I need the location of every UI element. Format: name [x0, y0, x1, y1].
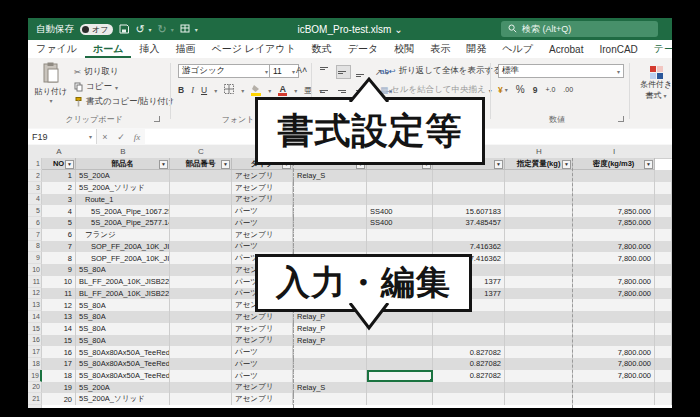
cell-A10[interactable]: 9 — [42, 264, 76, 276]
cell-I12[interactable]: 7,800.000 — [573, 288, 655, 300]
paste-button[interactable]: 貼り付け▾ — [34, 62, 68, 104]
cell-G3[interactable] — [433, 182, 505, 194]
cell-C20[interactable] — [170, 382, 232, 394]
cell-A2[interactable]: 1 — [42, 170, 76, 182]
cell-I6[interactable]: 7,850.000 — [573, 217, 655, 229]
cell-I8[interactable]: 7,800.000 — [573, 241, 655, 253]
row-header-10[interactable]: 10 — [28, 264, 42, 276]
cell-C18[interactable] — [170, 358, 232, 370]
cell-I9[interactable]: 7,800.000 — [573, 252, 655, 264]
cell-E8[interactable] — [293, 241, 367, 253]
cell-I20[interactable] — [573, 382, 655, 394]
row-header-16[interactable]: 16 — [28, 335, 42, 347]
cell-F2[interactable] — [367, 170, 433, 182]
cell-I14[interactable] — [573, 311, 655, 323]
tab-データ[interactable]: データ — [340, 40, 386, 58]
cell-G8[interactable]: 7.416362 — [433, 241, 505, 253]
cell-J19[interactable] — [655, 370, 672, 382]
cell-A4[interactable]: 3 — [42, 194, 76, 206]
cell-I4[interactable] — [573, 194, 655, 206]
cell-E4[interactable] — [293, 194, 367, 206]
cell-C21[interactable] — [170, 393, 232, 405]
cell-E19[interactable] — [293, 370, 367, 382]
cell-B18[interactable]: 5S_80Ax80Ax50A_TeeReducer — [76, 358, 170, 370]
filter-button-B[interactable]: ▼ — [159, 160, 168, 169]
row-header-20[interactable]: 20 — [28, 382, 42, 394]
filter-button-H[interactable]: ▼ — [562, 160, 571, 169]
filter-button-A[interactable]: ▼ — [65, 160, 74, 169]
cell-E21[interactable] — [293, 393, 367, 405]
row-header-17[interactable]: 17 — [28, 346, 42, 358]
cell-J15[interactable] — [655, 323, 672, 335]
column-header-I[interactable]: I — [573, 145, 656, 159]
conditional-formatting-button[interactable]: 条件付き書式 ▾ — [636, 64, 672, 101]
cell-B16[interactable]: 5S_80A — [76, 335, 170, 347]
cell-A3[interactable]: 2 — [42, 182, 76, 194]
tab-開発[interactable]: 開発 — [458, 40, 494, 58]
cell-H2[interactable] — [505, 170, 573, 182]
cell-H16[interactable] — [505, 335, 573, 347]
decrease-decimal-icon[interactable]: .00 — [563, 86, 573, 93]
cell-E3[interactable] — [293, 182, 367, 194]
cell-G14[interactable] — [433, 311, 505, 323]
cell-D2[interactable]: アセンブリ — [232, 170, 293, 182]
percent-style-icon[interactable]: % — [516, 84, 525, 95]
cell-A12[interactable]: 11 — [42, 288, 76, 300]
row-header-2[interactable]: 2 — [28, 170, 42, 182]
cell-C15[interactable] — [170, 323, 232, 335]
cell-J7[interactable] — [655, 229, 672, 241]
cell-I7[interactable] — [573, 229, 655, 241]
cell-F5[interactable]: SS400 — [367, 205, 433, 217]
italic-button[interactable]: I — [191, 85, 194, 95]
cell-F21[interactable] — [367, 393, 433, 405]
cell-G4[interactable] — [433, 194, 505, 206]
format-painter-button[interactable]: 書式のコピー/貼り付け — [74, 96, 174, 108]
font-name-select[interactable]: 游ゴシック▾ — [178, 64, 272, 78]
cell-A8[interactable]: 7 — [42, 241, 76, 253]
column-header-H[interactable]: H — [505, 145, 574, 159]
cell-A9[interactable]: 8 — [42, 252, 76, 264]
cell-E18[interactable] — [293, 358, 367, 370]
tab-数式[interactable]: 数式 — [304, 40, 340, 58]
cell-H10[interactable] — [505, 264, 573, 276]
cell-G18[interactable]: 0.827082 — [433, 358, 505, 370]
cell-C13[interactable] — [170, 299, 232, 311]
cell-J21[interactable] — [655, 393, 672, 405]
cell-G21[interactable] — [433, 393, 505, 405]
cell-I2[interactable] — [573, 170, 655, 182]
cell-C3[interactable] — [170, 182, 232, 194]
column-header-B[interactable]: B — [76, 145, 171, 159]
table-pen-icon[interactable] — [180, 24, 191, 34]
cell-I18[interactable]: 7,800.000 — [573, 358, 655, 370]
merge-center-button[interactable]: ▦ セルを結合して中央揃え▾ — [380, 84, 492, 96]
cell-G6[interactable]: 37.485457 — [433, 217, 505, 229]
row-header-14[interactable]: 14 — [28, 311, 42, 323]
cell-J8[interactable] — [655, 241, 672, 253]
cell-B10[interactable]: 5S_80A — [76, 264, 170, 276]
align-left-icon[interactable] — [318, 84, 333, 98]
cell-F3[interactable] — [367, 182, 433, 194]
cell-A19[interactable]: 18 — [42, 370, 76, 382]
cell-C14[interactable] — [170, 311, 232, 323]
cell-B11[interactable]: BL_FF_200A_10K_JISB2220 — [76, 276, 170, 288]
cell-D8[interactable]: パーツ — [232, 241, 293, 253]
cell-J16[interactable] — [655, 335, 672, 347]
cell-C10[interactable] — [170, 264, 232, 276]
cell-E2[interactable]: Relay_S — [293, 170, 367, 182]
cell-B13[interactable]: 5S_80A — [76, 299, 170, 311]
cell-J14[interactable] — [655, 311, 672, 323]
cell-J20[interactable] — [655, 382, 672, 394]
cell-G15[interactable] — [433, 323, 505, 335]
cell-B2[interactable]: 5S_200A — [76, 170, 170, 182]
cell-A5[interactable]: 4 — [42, 205, 76, 217]
underline-dropdown-icon[interactable]: ▾ — [214, 87, 217, 94]
row-header-22[interactable]: 22 — [28, 405, 42, 408]
cell-C16[interactable] — [170, 335, 232, 347]
cell-A6[interactable]: 5 — [42, 217, 76, 229]
increase-decimal-icon[interactable]: +.0 — [545, 86, 555, 93]
underline-button[interactable]: U — [201, 85, 207, 95]
cell-C11[interactable] — [170, 276, 232, 288]
row-header-19[interactable]: 19 — [28, 370, 42, 382]
cell-H18[interactable] — [505, 358, 573, 370]
tab-ページ レイアウト[interactable]: ページ レイアウト — [203, 40, 303, 58]
